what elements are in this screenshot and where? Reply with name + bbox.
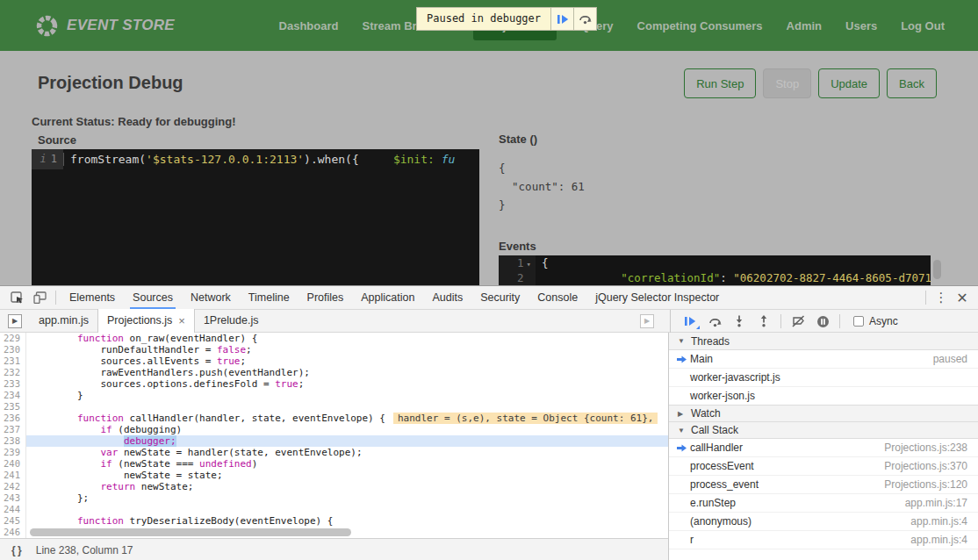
device-toolbar-button[interactable] <box>28 287 51 308</box>
file-tab-app-min-js[interactable]: app.min.js <box>30 310 97 333</box>
threads-section-header[interactable]: ▼Threads <box>669 333 978 350</box>
nav-item-competing-consumers[interactable]: Competing Consumers <box>637 19 763 32</box>
call-stack-section-header[interactable]: ▼Call Stack <box>669 421 978 439</box>
code-line-231[interactable]: 231 sources.allEvents = true; <box>0 355 668 367</box>
close-icon[interactable]: ✕ <box>952 290 973 306</box>
code-line-244[interactable]: 244 <box>0 504 668 515</box>
tab-audits[interactable]: Audits <box>423 286 471 309</box>
nav-item-users[interactable]: Users <box>845 19 877 32</box>
nav-item-log-out[interactable]: Log Out <box>901 19 945 32</box>
tab-elements[interactable]: Elements <box>61 286 124 309</box>
code-line-240[interactable]: 240 if (newState === undefined) <box>0 458 668 470</box>
step-over-button[interactable] <box>574 7 597 31</box>
tab-network[interactable]: Network <box>182 286 240 309</box>
horizontal-scrollbar-thumb[interactable] <box>30 528 351 536</box>
line-number[interactable]: 233 <box>0 378 26 390</box>
devtools-status-bar: { } Line 238, Column 17 <box>0 538 668 560</box>
code-text: var newState = handler(state, eventEnvel… <box>26 447 363 458</box>
file-tab-projections-js[interactable]: Projections.js× <box>97 309 195 333</box>
call-stack-frame-r[interactable]: rapp.min.js:4 <box>669 531 978 549</box>
line-number[interactable]: 246 <box>0 527 26 538</box>
code-line-239[interactable]: 239 var newState = handler(state, eventE… <box>0 447 668 458</box>
step-over-button[interactable] <box>702 311 727 332</box>
line-number[interactable]: 241 <box>0 470 26 481</box>
thread-row-main[interactable]: Mainpaused <box>669 350 978 369</box>
run-step-button[interactable]: Run Step <box>684 68 756 98</box>
step-into-button[interactable] <box>727 311 751 332</box>
tab-security[interactable]: Security <box>471 286 529 309</box>
code-line-236[interactable]: 236 function callHandler(handler, state,… <box>0 413 668 424</box>
events-editor[interactable]: 1▾ { 2▾ "correlationId": "06202702-8827-… <box>499 255 931 285</box>
pretty-print-icon[interactable]: ▶ <box>640 314 654 328</box>
code-line-237[interactable]: 237 if (debugging) <box>0 424 668 435</box>
tab-console[interactable]: Console <box>529 286 586 309</box>
frame-function: processEvent <box>690 460 754 472</box>
call-stack-frame-process-event[interactable]: process_eventProjections.js:120 <box>669 476 978 494</box>
line-number[interactable]: 244 <box>0 504 26 515</box>
nav-item-dashboard[interactable]: Dashboard <box>279 19 339 32</box>
events-gutter-2[interactable]: 2▾ <box>499 270 536 285</box>
line-number[interactable]: 236 <box>0 413 26 424</box>
line-number[interactable]: 243 <box>0 492 26 504</box>
call-stack-frame-callhandler[interactable]: callHandlerProjections.js:238 <box>669 439 978 457</box>
line-number[interactable]: 242 <box>0 481 26 492</box>
call-stack-frame-anonymous[interactable]: (anonymous)app.min.js:4 <box>669 513 978 531</box>
code-line-229[interactable]: 229 function on_raw(eventHandler) { <box>0 333 668 344</box>
line-number[interactable]: 232 <box>0 367 26 378</box>
resume-button[interactable] <box>551 7 574 31</box>
line-number[interactable]: 235 <box>0 401 26 413</box>
thread-row-worker-javascript-js[interactable]: worker-javascript.js <box>669 369 978 387</box>
event-store-logo[interactable]: EVENT STORE <box>35 14 175 38</box>
code-text: runDefaultHandler = false; <box>26 344 252 355</box>
resume-button[interactable] <box>678 311 702 332</box>
code-line-243[interactable]: 243 }; <box>0 492 668 504</box>
code-line-233[interactable]: 233 sources.options.definesFold = true; <box>0 378 668 390</box>
call-stack-frame-e-runstep[interactable]: e.runStepapp.min.js:17 <box>669 494 978 513</box>
pause-on-exceptions-button[interactable] <box>810 311 835 332</box>
deactivate-breakpoints-button[interactable] <box>786 311 810 332</box>
events-gutter-1[interactable]: 1▾ <box>499 255 536 270</box>
kebab-menu-icon[interactable]: ⋮ <box>931 290 952 305</box>
pretty-print-braces-icon[interactable]: { } <box>11 544 22 556</box>
nav-item-admin[interactable]: Admin <box>787 19 822 32</box>
tab-application[interactable]: Application <box>352 286 423 309</box>
line-number[interactable]: 240 <box>0 458 26 470</box>
close-icon[interactable]: × <box>178 310 185 332</box>
code-line-232[interactable]: 232 rawEventHandlers.push(eventHandler); <box>0 367 668 378</box>
code-line-234[interactable]: 234 } <box>0 390 668 401</box>
tab-timeline[interactable]: Timeline <box>240 286 298 309</box>
line-number[interactable]: 229 <box>0 333 26 344</box>
thread-row-worker-json-js[interactable]: worker-json.js <box>669 387 978 406</box>
code-line-238[interactable]: 238 debugger; <box>0 435 668 447</box>
line-number[interactable]: 239 <box>0 447 26 458</box>
async-checkbox[interactable] <box>853 316 864 327</box>
step-out-button[interactable] <box>751 311 776 332</box>
update-button[interactable]: Update <box>818 68 880 98</box>
code-line-245[interactable]: 245 function tryDeserializeBody(eventEnv… <box>0 515 668 527</box>
tab-profiles[interactable]: Profiles <box>298 286 353 309</box>
line-number[interactable]: 245 <box>0 515 26 527</box>
line-number[interactable]: 230 <box>0 344 26 355</box>
code-line-242[interactable]: 242 return newState; <box>0 481 668 492</box>
code-line-235[interactable]: 235 <box>0 401 668 413</box>
line-number[interactable]: 234 <box>0 390 26 401</box>
source-gutter[interactable]: i1 <box>32 149 63 169</box>
frame-location: app.min.js:4 <box>910 515 978 528</box>
events-scrollbar-thumb[interactable] <box>933 260 941 279</box>
code-line-241[interactable]: 241 newState = state; <box>0 470 668 481</box>
navigator-toggle-icon[interactable]: ▶ <box>8 314 22 328</box>
line-number[interactable]: 238 <box>0 435 26 447</box>
line-number[interactable]: 237 <box>0 424 26 435</box>
file-tab-1prelude-js[interactable]: 1Prelude.js <box>195 310 268 333</box>
source-editor[interactable]: i1 fromStream('$stats-127.0.0.1:2113').w… <box>32 149 479 285</box>
watch-section-header[interactable]: ▶Watch <box>669 405 978 422</box>
fold-arrow-icon[interactable]: ▾ <box>527 260 531 269</box>
call-stack-frame-processevent[interactable]: processEventProjections.js:370 <box>669 457 978 476</box>
tab-sources[interactable]: Sources <box>124 286 182 309</box>
tab-jquery-selector-inspector[interactable]: jQuery Selector Inspector <box>586 286 728 309</box>
code-line-230[interactable]: 230 runDefaultHandler = false; <box>0 344 668 355</box>
line-number[interactable]: 231 <box>0 355 26 367</box>
code-line-246[interactable]: 246 <box>0 527 668 538</box>
back-button[interactable]: Back <box>887 68 937 98</box>
inspect-element-button[interactable] <box>5 287 28 308</box>
